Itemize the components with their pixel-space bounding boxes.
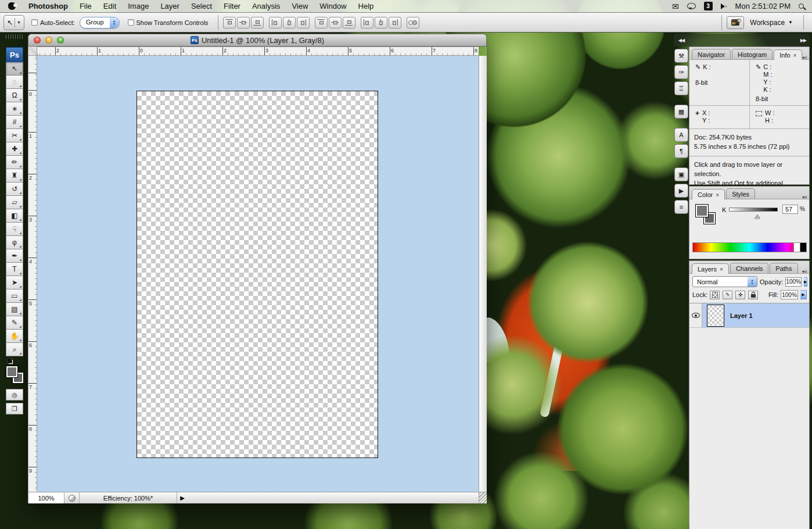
tab-info[interactable]: Info× (774, 49, 802, 60)
swap-colors-icon[interactable]: ⇄ (17, 358, 22, 364)
align-bottom-edges-button[interactable] (251, 17, 264, 28)
mail-status-icon[interactable]: ✉ (672, 2, 679, 10)
zoom-button[interactable] (57, 37, 64, 44)
foreground-color-swatch[interactable] (6, 366, 18, 378)
document-size-readout[interactable]: Doc: 254.7K/0 bytes (694, 133, 804, 142)
history-panel-button[interactable]: ≡ (674, 200, 688, 214)
gradient-tool[interactable]: ◧ (6, 209, 23, 223)
checkbox-box[interactable] (31, 19, 38, 26)
lock-position-button[interactable]: ✜ (735, 291, 745, 299)
vertical-ruler[interactable]: 0123456789 (28, 56, 37, 492)
menu-item[interactable]: Help (353, 0, 380, 12)
horizontal-ruler[interactable]: 21012345678 (37, 47, 479, 56)
layer-visibility-cell[interactable] (689, 303, 702, 327)
eraser-tool[interactable]: ▱ (6, 196, 23, 209)
spotlight-icon[interactable] (799, 3, 804, 9)
tab-color[interactable]: Color× (692, 189, 725, 199)
lock-all-button[interactable] (748, 291, 758, 299)
shape-tool[interactable]: ▭ (6, 289, 23, 303)
clone-source-panel-button[interactable]: ♖ (674, 81, 688, 95)
actions-panel-button[interactable]: ▶ (674, 184, 688, 198)
quick-mask-button[interactable]: ◎ (6, 389, 23, 401)
color-spectrum-ramp[interactable] (692, 242, 807, 252)
menu-item[interactable]: Layer (155, 0, 185, 12)
layer-row[interactable]: Layer 1 (689, 303, 809, 328)
menu-item[interactable]: Edit (98, 0, 122, 12)
tab-paths[interactable]: Paths (770, 263, 797, 273)
fill-slider-arrow[interactable]: ▶ (800, 290, 807, 299)
eyedropper-tool[interactable]: ✎ (6, 316, 23, 330)
menu-item[interactable]: Analysis (246, 0, 286, 12)
bit-depth-label[interactable]: 8-bit (756, 95, 806, 102)
spectrum-black-swatch[interactable] (800, 243, 806, 252)
tab-layers[interactable]: Layers× (692, 263, 729, 274)
opacity-slider-arrow[interactable]: ▶ (804, 277, 807, 287)
notes-tool[interactable]: ▤ (6, 303, 23, 316)
vertical-scrollbar[interactable] (479, 56, 487, 492)
paragraph-panel-button[interactable]: ¶ (674, 144, 688, 158)
close-button[interactable] (34, 37, 41, 44)
k-slider-thumb[interactable] (754, 212, 760, 219)
zoom-tool[interactable]: ⌕ (6, 343, 23, 356)
type-tool[interactable]: T (6, 263, 23, 276)
tab-close-icon[interactable]: × (720, 266, 723, 273)
distribute-right-edges-button[interactable] (389, 17, 401, 28)
history-brush-tool[interactable]: ↺ (6, 183, 23, 196)
distribute-horizontal-centers-button[interactable] (375, 17, 387, 28)
status-menu-arrow[interactable]: ▶ (177, 492, 188, 503)
move-tool[interactable]: ↖ (6, 62, 23, 76)
crop-tool[interactable]: # (6, 116, 23, 129)
clone-stamp-tool[interactable]: ♜ (6, 169, 23, 183)
distribute-top-edges-button[interactable] (315, 17, 328, 28)
tab-histogram[interactable]: Histogram (732, 49, 773, 59)
distribute-left-edges-button[interactable] (361, 17, 373, 28)
badge-status-icon[interactable]: 3 (704, 2, 713, 10)
opacity-field[interactable]: 100% (785, 277, 802, 287)
auto-select-checkbox[interactable]: Auto-Select: (31, 19, 75, 26)
tab-styles[interactable]: Styles (726, 188, 755, 199)
default-colors-icon[interactable] (7, 358, 13, 364)
menu-item[interactable]: File (74, 0, 98, 12)
app-menu-photoshop[interactable]: Photoshop (23, 0, 74, 12)
layer-thumbnail[interactable] (707, 305, 724, 327)
fill-field[interactable]: 100% (781, 290, 798, 299)
k-value-field[interactable]: 57 (782, 205, 798, 214)
menu-item[interactable]: Image (122, 0, 155, 12)
status-info-field[interactable]: Efficiency: 100%* (80, 492, 177, 503)
panel-menu-icon[interactable]: ▾≡ (802, 269, 807, 274)
layer-name[interactable]: Layer 1 (730, 312, 753, 319)
auto-align-layers-button[interactable] (407, 17, 419, 28)
canvas-transparent[interactable] (136, 91, 378, 458)
bit-depth-label[interactable]: 8-bit (695, 79, 746, 86)
brushes-panel-button[interactable]: ✑ (674, 65, 688, 79)
tab-navigator[interactable]: Navigator (692, 49, 731, 59)
character-panel-button[interactable]: A (674, 128, 688, 142)
volume-status-icon[interactable]: › (721, 3, 727, 9)
align-right-edges-button[interactable] (297, 17, 310, 28)
zoom-level-field[interactable]: 100% (28, 492, 64, 503)
foreground-color-swatch[interactable] (695, 204, 709, 217)
apple-menu-icon[interactable] (8, 2, 16, 10)
blend-mode-dropdown[interactable]: Normal ▲▼ (692, 276, 757, 287)
tab-channels[interactable]: Channels (730, 263, 768, 273)
menu-item[interactable]: View (286, 0, 314, 12)
minimize-button[interactable] (45, 37, 52, 44)
resize-grip[interactable] (479, 492, 487, 503)
show-transform-controls-checkbox[interactable]: Show Transform Controls (128, 19, 209, 26)
lasso-tool[interactable]: Ω (6, 89, 23, 102)
icon-dock-collapse-header[interactable]: ◀◀ (674, 34, 689, 47)
menu-item[interactable]: Select (185, 0, 218, 12)
smudge-tool[interactable]: ☟ (6, 223, 23, 236)
healing-brush-tool[interactable]: ✚ (6, 142, 23, 156)
workspace-dropdown[interactable]: Workspace ▼ (750, 19, 793, 27)
palette-grip[interactable] (6, 34, 23, 39)
tool-presets-panel-button[interactable]: ⚒ (674, 49, 688, 63)
lock-image-pixels-button[interactable]: ✎ (723, 291, 732, 299)
panel-dock-collapse-header[interactable]: ▶▶ (689, 34, 810, 47)
hand-tool[interactable]: ✋ (6, 330, 23, 343)
canvas-viewport[interactable] (37, 56, 479, 492)
lock-transparent-pixels-button[interactable] (710, 291, 720, 299)
path-selection-tool[interactable]: ➤ (6, 276, 23, 289)
align-horizontal-centers-button[interactable] (283, 17, 296, 28)
version-cue-button[interactable] (64, 492, 80, 503)
